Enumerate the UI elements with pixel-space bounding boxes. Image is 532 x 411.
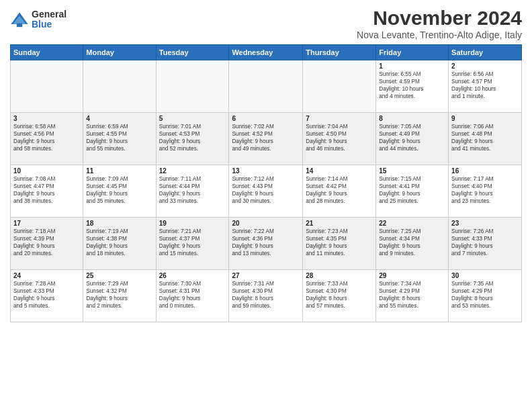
day-info: Sunrise: 7:21 AM Sunset: 4:37 PM Dayligh… [159,228,226,257]
day-number: 25 [86,272,152,279]
day-number: 19 [159,220,226,227]
calendar-cell: 7Sunrise: 7:04 AM Sunset: 4:50 PM Daylig… [303,113,376,165]
day-info: Sunrise: 7:06 AM Sunset: 4:48 PM Dayligh… [451,123,519,152]
day-number: 7 [306,115,373,122]
day-info: Sunrise: 7:14 AM Sunset: 4:42 PM Dayligh… [306,175,373,205]
title-block: November 2024 Nova Levante, Trentino-Alt… [357,7,522,40]
calendar-cell [229,60,303,113]
calendar-cell: 24Sunrise: 7:28 AM Sunset: 4:33 PM Dayli… [11,270,83,322]
calendar-cell [11,60,83,113]
day-info: Sunrise: 7:08 AM Sunset: 4:47 PM Dayligh… [13,175,80,205]
month-title: November 2024 [357,7,522,30]
calendar-cell: 21Sunrise: 7:23 AM Sunset: 4:35 PM Dayli… [303,218,376,270]
calendar-cell: 2Sunrise: 6:56 AM Sunset: 4:57 PM Daylig… [449,60,522,113]
week-row-5: 24Sunrise: 7:28 AM Sunset: 4:33 PM Dayli… [11,270,522,322]
day-number: 27 [232,272,300,279]
day-number: 23 [451,220,519,227]
logo-blue-text: Blue [32,19,66,30]
calendar-cell: 11Sunrise: 7:09 AM Sunset: 4:45 PM Dayli… [83,165,156,218]
day-number: 16 [451,167,519,175]
calendar-cell: 22Sunrise: 7:25 AM Sunset: 4:34 PM Dayli… [376,218,449,270]
page-container: General Blue November 2024 Nova Levante,… [0,0,532,326]
day-number: 12 [159,167,226,175]
location-title: Nova Levante, Trentino-Alto Adige, Italy [357,30,522,40]
day-info: Sunrise: 7:12 AM Sunset: 4:43 PM Dayligh… [232,175,300,205]
logo: General Blue [10,9,66,30]
weekday-header-friday: Friday [376,45,449,60]
day-number: 4 [86,115,152,122]
day-number: 20 [232,220,300,227]
day-info: Sunrise: 7:23 AM Sunset: 4:35 PM Dayligh… [306,228,373,257]
calendar-cell: 8Sunrise: 7:05 AM Sunset: 4:49 PM Daylig… [376,113,449,165]
calendar-cell: 27Sunrise: 7:31 AM Sunset: 4:30 PM Dayli… [229,270,303,322]
weekday-header-wednesday: Wednesday [229,45,303,60]
day-info: Sunrise: 6:56 AM Sunset: 4:57 PM Dayligh… [451,71,519,100]
day-info: Sunrise: 7:19 AM Sunset: 4:38 PM Dayligh… [86,228,152,257]
calendar-cell: 28Sunrise: 7:33 AM Sunset: 4:30 PM Dayli… [303,270,376,322]
day-number: 13 [232,167,300,175]
calendar-cell: 9Sunrise: 7:06 AM Sunset: 4:48 PM Daylig… [449,113,522,165]
calendar-cell [303,60,376,113]
svg-rect-2 [17,24,22,28]
calendar-cell: 3Sunrise: 6:58 AM Sunset: 4:56 PM Daylig… [11,113,83,165]
day-number: 29 [379,272,445,279]
day-number: 10 [13,167,80,175]
week-row-3: 10Sunrise: 7:08 AM Sunset: 4:47 PM Dayli… [11,165,522,218]
day-number: 14 [306,167,373,175]
calendar-cell: 17Sunrise: 7:18 AM Sunset: 4:39 PM Dayli… [11,218,83,270]
calendar-cell: 5Sunrise: 7:01 AM Sunset: 4:53 PM Daylig… [156,113,229,165]
day-info: Sunrise: 6:58 AM Sunset: 4:56 PM Dayligh… [13,123,80,152]
week-row-4: 17Sunrise: 7:18 AM Sunset: 4:39 PM Dayli… [11,218,522,270]
day-info: Sunrise: 7:09 AM Sunset: 4:45 PM Dayligh… [86,175,152,205]
calendar-cell: 29Sunrise: 7:34 AM Sunset: 4:29 PM Dayli… [376,270,449,322]
day-info: Sunrise: 6:55 AM Sunset: 4:59 PM Dayligh… [379,71,445,100]
calendar-cell: 4Sunrise: 6:59 AM Sunset: 4:55 PM Daylig… [83,113,156,165]
calendar-cell: 10Sunrise: 7:08 AM Sunset: 4:47 PM Dayli… [11,165,83,218]
day-info: Sunrise: 7:31 AM Sunset: 4:30 PM Dayligh… [232,280,300,310]
day-info: Sunrise: 7:04 AM Sunset: 4:50 PM Dayligh… [306,123,373,152]
day-info: Sunrise: 7:28 AM Sunset: 4:33 PM Dayligh… [13,280,80,310]
day-number: 21 [306,220,373,227]
logo-icon [10,10,29,29]
day-number: 3 [13,115,80,122]
calendar-cell: 12Sunrise: 7:11 AM Sunset: 4:44 PM Dayli… [156,165,229,218]
day-info: Sunrise: 6:59 AM Sunset: 4:55 PM Dayligh… [86,123,152,152]
day-number: 24 [13,272,80,279]
logo-general-text: General [32,9,66,19]
day-info: Sunrise: 7:05 AM Sunset: 4:49 PM Dayligh… [379,123,445,152]
calendar-cell: 25Sunrise: 7:29 AM Sunset: 4:32 PM Dayli… [83,270,156,322]
day-info: Sunrise: 7:29 AM Sunset: 4:32 PM Dayligh… [86,280,152,310]
day-number: 6 [232,115,300,122]
day-info: Sunrise: 7:15 AM Sunset: 4:41 PM Dayligh… [379,175,445,205]
day-number: 5 [159,115,226,122]
header: General Blue November 2024 Nova Levante,… [10,7,522,40]
weekday-header-monday: Monday [83,45,156,60]
calendar-cell: 26Sunrise: 7:30 AM Sunset: 4:31 PM Dayli… [156,270,229,322]
week-row-2: 3Sunrise: 6:58 AM Sunset: 4:56 PM Daylig… [11,113,522,165]
calendar-cell [156,60,229,113]
day-number: 28 [306,272,373,279]
weekday-header-tuesday: Tuesday [156,45,229,60]
calendar-cell: 15Sunrise: 7:15 AM Sunset: 4:41 PM Dayli… [376,165,449,218]
calendar-cell [83,60,156,113]
calendar-cell: 30Sunrise: 7:35 AM Sunset: 4:29 PM Dayli… [449,270,522,322]
day-info: Sunrise: 7:34 AM Sunset: 4:29 PM Dayligh… [379,280,445,310]
weekday-header-sunday: Sunday [11,45,83,60]
calendar-cell: 14Sunrise: 7:14 AM Sunset: 4:42 PM Dayli… [303,165,376,218]
day-number: 11 [86,167,152,175]
calendar-cell: 23Sunrise: 7:26 AM Sunset: 4:33 PM Dayli… [449,218,522,270]
day-info: Sunrise: 7:33 AM Sunset: 4:30 PM Dayligh… [306,280,373,310]
week-row-1: 1Sunrise: 6:55 AM Sunset: 4:59 PM Daylig… [11,60,522,113]
day-info: Sunrise: 7:02 AM Sunset: 4:52 PM Dayligh… [232,123,300,152]
calendar-cell: 1Sunrise: 6:55 AM Sunset: 4:59 PM Daylig… [376,60,449,113]
day-info: Sunrise: 7:18 AM Sunset: 4:39 PM Dayligh… [13,228,80,257]
calendar-cell: 18Sunrise: 7:19 AM Sunset: 4:38 PM Dayli… [83,218,156,270]
day-number: 1 [379,62,445,70]
calendar-cell: 13Sunrise: 7:12 AM Sunset: 4:43 PM Dayli… [229,165,303,218]
calendar-cell: 6Sunrise: 7:02 AM Sunset: 4:52 PM Daylig… [229,113,303,165]
day-number: 15 [379,167,445,175]
day-number: 17 [13,220,80,227]
day-number: 8 [379,115,445,122]
day-info: Sunrise: 7:25 AM Sunset: 4:34 PM Dayligh… [379,228,445,257]
calendar-cell: 20Sunrise: 7:22 AM Sunset: 4:36 PM Dayli… [229,218,303,270]
